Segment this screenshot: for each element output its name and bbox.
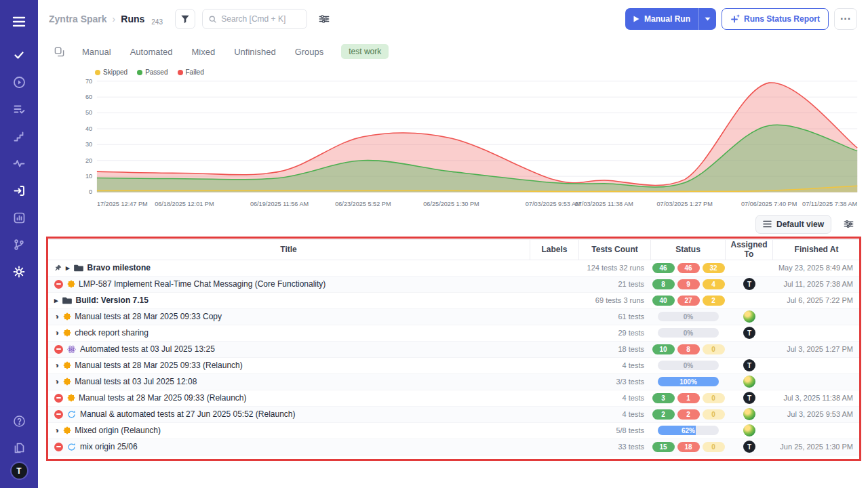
reports-icon[interactable] (7, 206, 31, 229)
column-header-assigned-to[interactable]: Assigned To (726, 240, 773, 260)
title-cell[interactable]: ◑Manual tests at 28 Mar 2025 09:33 (Rela… (47, 361, 530, 370)
title-cell[interactable]: mix origin 25/06 (47, 442, 530, 451)
column-header-title[interactable]: Title (47, 240, 530, 260)
passed-count-badge: 46 (652, 263, 675, 273)
title-cell[interactable]: Manual & automated tests at 27 Jun 2025 … (47, 409, 530, 419)
display-settings-button[interactable] (314, 9, 334, 29)
stopped-status-icon (54, 280, 63, 289)
title-cell[interactable]: ▸Build: Version 7.15 (47, 296, 530, 305)
passed-count-badge: 8 (652, 279, 675, 289)
title-cell[interactable]: ◑Manual tests at 28 Mar 2025 09:33 Copy (47, 312, 530, 321)
manual-run-button[interactable]: Manual Run (625, 8, 698, 30)
table-row[interactable]: LMP-587 Implement Real-Time Chat Messagi… (47, 277, 860, 293)
column-header-finished-at[interactable]: Finished At (773, 240, 860, 260)
run-title[interactable]: LMP-587 Implement Real-Time Chat Messagi… (79, 279, 326, 289)
run-title[interactable]: Manual tests at 28 Mar 2025 09:33 (Relau… (79, 393, 246, 403)
filter-tab-unfinished[interactable]: Unfinished (234, 47, 275, 57)
assignee-avatar[interactable] (743, 408, 755, 420)
assigned-to-cell: T (726, 392, 773, 404)
title-cell[interactable]: ▸Bravo milestone (47, 263, 530, 272)
sparkle-plus-icon (730, 14, 740, 24)
table-row[interactable]: ◑Manual tests at 28 Mar 2025 09:33 (Rela… (47, 358, 860, 374)
assignee-avatar[interactable] (743, 310, 755, 323)
column-header-status[interactable]: Status (651, 240, 726, 260)
breadcrumb-project[interactable]: Zyntra Spark (49, 14, 107, 24)
assignee-avatar[interactable]: T (743, 278, 755, 290)
expand-caret-icon[interactable]: ▸ (54, 297, 58, 304)
filter-button[interactable] (175, 9, 195, 29)
in-progress-status-icon: ◑ (54, 361, 59, 369)
user-avatar[interactable]: T (10, 462, 28, 480)
table-row[interactable]: ◑Mixed origin (Relaunch)5/8 tests62% (47, 423, 860, 439)
table-row[interactable]: ◑Manual tests at 03 Jul 2025 12:083/3 te… (47, 374, 860, 390)
tests-count-cell: 33 tests (579, 443, 651, 451)
filter-tab-automated[interactable]: Automated (130, 47, 173, 57)
activity-icon[interactable] (7, 152, 31, 175)
filter-tab-manual[interactable]: Manual (82, 47, 111, 57)
help-icon[interactable] (7, 409, 31, 432)
table-row[interactable]: Manual tests at 28 Mar 2025 09:33 (Relau… (47, 390, 860, 407)
test-cases-icon[interactable] (7, 43, 31, 66)
title-cell[interactable]: ◑Mixed origin (Relaunch) (47, 426, 530, 435)
runs-status-report-button[interactable]: Runs Status Report (722, 8, 829, 30)
table-row[interactable]: ◑check report sharing29 tests0%T (47, 325, 860, 342)
progress-label: 0% (658, 361, 719, 370)
more-actions-button[interactable]: ··· (834, 8, 857, 30)
table-row[interactable]: Automated tests at 03 Jul 2025 13:2518 t… (47, 342, 860, 358)
run-title[interactable]: Build: Version 7.15 (76, 296, 149, 305)
column-header-tests-count[interactable]: Tests Count (579, 240, 651, 260)
filter-tab-mixed[interactable]: Mixed (192, 47, 216, 57)
milestones-icon[interactable] (7, 125, 31, 148)
run-title[interactable]: Manual & automated tests at 27 Jun 2025 … (80, 409, 296, 419)
search-box[interactable] (202, 9, 307, 29)
column-header-labels[interactable]: Labels (530, 240, 579, 260)
table-row[interactable]: ▸Bravo milestone124 tests 32 runs464632M… (47, 260, 860, 277)
assignee-avatar[interactable]: T (743, 441, 755, 453)
passed-count-badge: 40 (652, 296, 675, 306)
table-row[interactable]: ◑Manual tests at 28 Mar 2025 09:33 Copy6… (47, 309, 860, 325)
filter-tab-groups[interactable]: Groups (295, 47, 324, 57)
test-runs-icon[interactable] (7, 70, 31, 94)
runs-current-icon[interactable] (7, 179, 31, 202)
legend-item-failed: Failed (178, 68, 204, 76)
assigned-to-cell: T (726, 278, 773, 290)
assignee-avatar[interactable]: T (743, 359, 755, 371)
assignee-avatar[interactable] (743, 375, 755, 388)
search-input[interactable] (221, 14, 300, 24)
run-title[interactable]: Automated tests at 03 Jul 2025 13:25 (80, 344, 215, 354)
progress-label: 0% (658, 312, 719, 321)
assignee-avatar[interactable]: T (743, 392, 755, 404)
run-title[interactable]: Bravo milestone (87, 263, 151, 272)
expand-caret-icon[interactable]: ▸ (66, 264, 70, 272)
run-title[interactable]: Manual tests at 03 Jul 2025 12:08 (75, 377, 197, 386)
run-title[interactable]: check report sharing (75, 328, 149, 338)
test-plans-icon[interactable] (7, 98, 31, 121)
title-cell[interactable]: Manual tests at 28 Mar 2025 09:33 (Relau… (47, 393, 530, 403)
in-progress-status-icon: ◑ (54, 312, 59, 321)
branch-icon[interactable] (7, 233, 31, 256)
run-title[interactable]: mix origin 25/06 (80, 442, 138, 451)
title-cell[interactable]: Automated tests at 03 Jul 2025 13:25 (47, 344, 530, 354)
table-settings-button[interactable] (838, 214, 859, 235)
filter-tag-test-work[interactable]: test work (341, 44, 389, 59)
title-cell[interactable]: ◑check report sharing (47, 328, 530, 338)
run-title[interactable]: Mixed origin (Relaunch) (75, 426, 161, 435)
assigned-to-cell: T (726, 359, 773, 371)
title-cell[interactable]: LMP-587 Implement Real-Time Chat Messagi… (47, 279, 530, 289)
assignee-avatar[interactable] (743, 424, 755, 436)
table-row[interactable]: mix origin 25/0633 tests15180TJun 25, 20… (47, 439, 860, 455)
table-row[interactable]: ▸Build: Version 7.1569 tests 3 runs40272… (47, 293, 860, 309)
assignee-avatar[interactable]: T (743, 327, 755, 339)
default-view-button[interactable]: Default view (755, 215, 831, 234)
table-row[interactable]: Manual & automated tests at 27 Jun 2025 … (47, 407, 860, 423)
documents-icon[interactable] (7, 436, 31, 460)
run-title[interactable]: Manual tests at 28 Mar 2025 09:33 (Relau… (75, 361, 242, 370)
settings-gear-icon[interactable] (7, 260, 31, 283)
menu-icon[interactable] (7, 10, 31, 33)
runs-count-badge: 243 (151, 18, 163, 26)
passed-count-badge: 3 (652, 393, 675, 403)
title-cell[interactable]: ◑Manual tests at 03 Jul 2025 12:08 (47, 377, 530, 386)
manual-run-dropdown[interactable] (698, 8, 716, 30)
run-title[interactable]: Manual tests at 28 Mar 2025 09:33 Copy (75, 312, 222, 321)
in-progress-status-icon: ◑ (54, 426, 59, 434)
